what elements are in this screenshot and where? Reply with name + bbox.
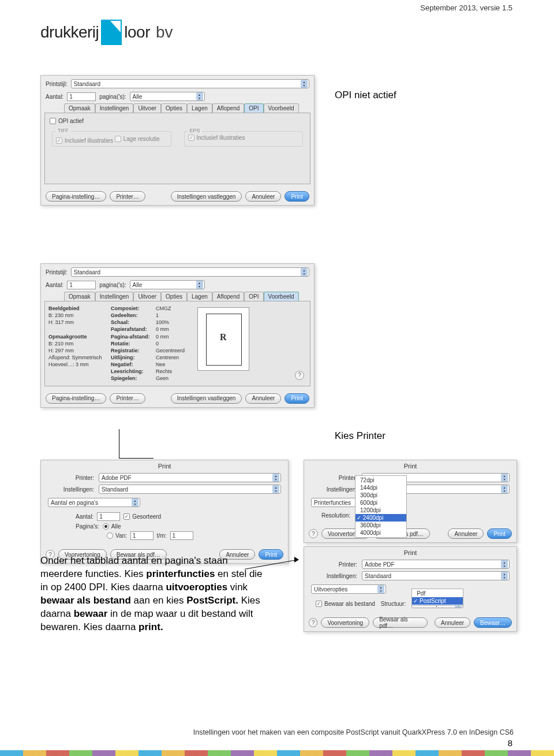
spec-label: Spiegelen: <box>111 375 137 381</box>
aantal-input[interactable]: 1 <box>67 281 96 289</box>
spec-value: H: 297 mm <box>48 348 74 353</box>
bewaar-button[interactable]: Bewaar… <box>474 617 512 628</box>
alle-radio[interactable]: Alle <box>103 523 121 530</box>
dpi-option[interactable]: 3600dpi <box>355 522 406 529</box>
printer-label: Printer: <box>311 475 357 481</box>
pagina-instelling-button[interactable]: Pagina-instelling… <box>46 393 106 404</box>
chevron-updown-icon <box>301 268 308 276</box>
panel-select[interactable]: Aantal en pagina's <box>48 498 140 507</box>
voorvertoning-button[interactable]: Voorvertoning <box>321 617 369 628</box>
panel-select-uitvoeropties[interactable]: Uitvoeropties <box>311 584 386 594</box>
annuleer-button[interactable]: Annuleer <box>435 617 470 628</box>
tab-voorbeeld[interactable]: Voorbeeld <box>264 292 299 301</box>
tab-instellingen[interactable]: Instellingen <box>95 103 134 113</box>
tab-opmaak[interactable]: Opmaak <box>64 103 95 113</box>
tab-lagen[interactable]: Lagen <box>187 292 212 301</box>
help-button[interactable]: ? <box>309 618 317 627</box>
dpi-option[interactable]: 72dpi <box>355 476 406 484</box>
panel-select-value: Printerfuncties <box>314 500 351 506</box>
spec-label: Uitlijning: <box>111 355 135 360</box>
instellingen-select[interactable]: Standaard <box>362 571 510 580</box>
spec-value: Centreren <box>156 355 179 360</box>
gesorteerd-checkbox[interactable]: ✓Gesorteerd <box>123 513 161 520</box>
printstijl-select[interactable]: Standaard <box>71 79 309 88</box>
print-button[interactable]: Print <box>285 191 309 202</box>
dpi-option[interactable]: 600dpi <box>355 499 406 507</box>
printer-select[interactable]: Adobe PDF <box>362 560 510 569</box>
tab-voorbeeld[interactable]: Voorbeeld <box>264 103 299 113</box>
tm-input[interactable]: 1 <box>170 531 193 540</box>
dpi-option[interactable]: 144dpi <box>355 484 406 491</box>
printstijl-value: Standaard <box>74 81 100 87</box>
footer-text: Instellingen voor het maken van een comp… <box>40 728 514 736</box>
dialog-title: Print <box>304 547 516 557</box>
system-print-dialog-resolution: Print Printer: Instellingen: Printerfunc… <box>304 460 517 543</box>
structuur-dropdown[interactable]: Pdf ✓ PostScript <box>411 589 463 606</box>
tab-uitvoer[interactable]: Uitvoer <box>133 292 161 301</box>
eps-inclusief-label: Inclusief illustraties <box>197 135 245 141</box>
annuleer-button[interactable]: Annuleer <box>448 528 484 539</box>
help-button[interactable]: ? <box>309 529 318 538</box>
print-button[interactable]: Print <box>285 393 309 404</box>
tab-opi[interactable]: OPI <box>244 292 263 301</box>
spec-value: 0 <box>156 341 159 347</box>
tiff-lageresolutie-checkbox: Lage resolutie <box>115 136 160 142</box>
dpi-option[interactable]: 4000dpi <box>355 529 406 537</box>
instruction-bold: bewaar <box>74 608 108 619</box>
tab-lagen[interactable]: Lagen <box>187 103 212 113</box>
instellingen-vastleggen-button[interactable]: Instellingen vastleggen <box>171 191 242 202</box>
printer-button[interactable]: Printer… <box>110 393 145 404</box>
checkbox-icon <box>50 118 56 124</box>
dpi-option-selected[interactable]: ✓ 2400dpi <box>355 514 406 522</box>
printer-value: Adobe PDF <box>102 475 132 481</box>
resolution-dropdown[interactable]: 72dpi 144dpi 300dpi 600dpi 1200dpi ✓ 240… <box>355 475 407 538</box>
opi-actief-checkbox[interactable]: OPI actief <box>50 118 84 124</box>
tab-instellingen[interactable]: Instellingen <box>95 292 134 301</box>
structuur-option-pdf[interactable]: Pdf <box>412 590 463 597</box>
printstijl-select[interactable]: Standaard <box>71 267 309 277</box>
tab-uitvoer[interactable]: Uitvoer <box>133 103 161 113</box>
tab-opties[interactable]: Opties <box>161 103 187 113</box>
arrow-line-icon <box>119 458 154 459</box>
arrow-line-icon <box>119 429 119 458</box>
spec-value: H: 317 mm <box>48 319 74 325</box>
tab-aflopend[interactable]: Aflopend <box>212 103 244 113</box>
annuleer-button[interactable]: Annuleer <box>245 393 281 404</box>
panel-select-value: Uitvoeropties <box>314 586 347 593</box>
spec-left: Beeldgebied B: 230 mm H: 317 mm Opmaakgr… <box>48 305 106 382</box>
printer-button[interactable]: Printer… <box>110 191 145 202</box>
tiff-lageresolutie-label: Lage resolutie <box>123 136 160 142</box>
aantal-input[interactable]: 1 <box>67 92 96 101</box>
printstijl-label: Printstijl: <box>46 269 68 275</box>
spec-label: Rotatie: <box>111 341 130 347</box>
bewaar-als-bestand-checkbox[interactable]: ✓Bewaar als bestand <box>316 601 375 607</box>
help-button[interactable]: ? <box>295 371 304 380</box>
chevron-updown-icon <box>132 498 138 507</box>
instellingen-select[interactable]: Standaard <box>99 485 281 494</box>
annuleer-button[interactable]: Annuleer <box>245 191 281 202</box>
aantal-label: Aantal: <box>76 513 93 520</box>
aantal-input[interactable]: 1 <box>97 512 120 521</box>
paginas-select[interactable]: Alle <box>130 92 205 101</box>
printer-select[interactable]: Adobe PDF <box>99 473 281 482</box>
bewaar-als-bestand-label: Bewaar als bestand <box>324 601 375 607</box>
instellingen-vastleggen-button[interactable]: Instellingen vastleggen <box>171 393 242 404</box>
checkbox-icon: ✓ <box>188 135 194 141</box>
tab-opmaak[interactable]: Opmaak <box>64 292 95 301</box>
dpi-option[interactable]: 1200dpi <box>355 507 406 514</box>
aantal-label: Aantal: <box>46 94 63 100</box>
print-button[interactable]: Print <box>487 528 512 539</box>
bewaar-als-pdf-button[interactable]: Bewaar als pdf… <box>373 617 428 628</box>
instruction-span: vink <box>227 582 248 593</box>
van-radio[interactable]: Van: <box>107 532 127 539</box>
spec-label: Registratie: <box>111 348 140 353</box>
structuur-option-postscript[interactable]: ✓ PostScript <box>412 597 463 605</box>
tab-opties[interactable]: Opties <box>161 292 187 301</box>
paginas-select[interactable]: Alle <box>130 280 205 289</box>
tab-aflopend[interactable]: Aflopend <box>212 292 244 301</box>
dpi-option[interactable]: 300dpi <box>355 491 406 499</box>
van-input[interactable]: 1 <box>130 531 154 540</box>
pagina-instelling-button[interactable]: Pagina-instelling… <box>46 191 106 202</box>
tab-opi[interactable]: OPI <box>244 103 263 113</box>
logo: drukkerij loor bv <box>40 20 173 45</box>
